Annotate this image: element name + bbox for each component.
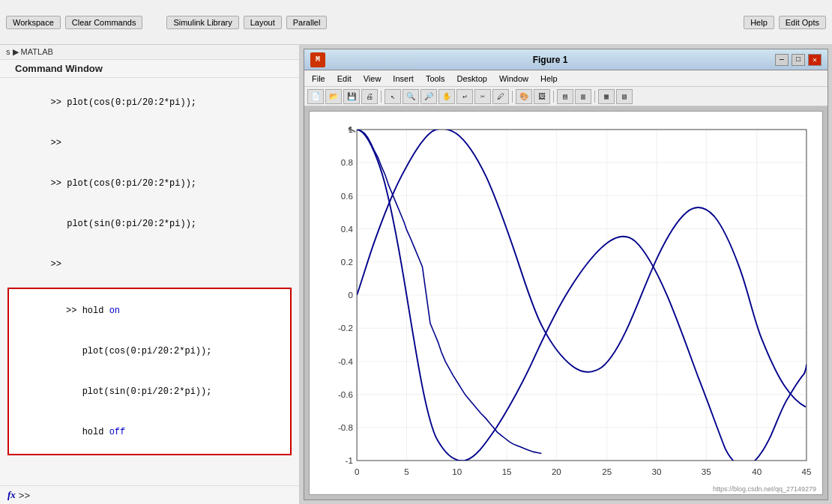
prompt-4 (51, 219, 67, 229)
cmd-line-1: >> plot(cos(0:pi/20:2*pi)); (7, 82, 292, 123)
svg-text:0.8: 0.8 (341, 158, 353, 167)
svg-text:20: 20 (552, 467, 561, 476)
prompt-1: >> (51, 97, 67, 108)
close-button[interactable]: ✕ (808, 54, 822, 66)
menu-tools[interactable]: Tools (421, 73, 450, 84)
tool-colorbar[interactable]: ▥ (575, 89, 591, 104)
svg-text:0.2: 0.2 (341, 258, 353, 267)
clear-commands-btn[interactable]: Clear Commands (65, 16, 143, 29)
tool-zoom-in[interactable]: 🔍 (403, 89, 419, 104)
sep-2 (512, 91, 513, 103)
fx-prompt[interactable]: fx >> (0, 485, 299, 504)
figure-toolbar: 📄 📂 💾 🖨 ↖ 🔍 🔎 ✋ ↩ ✂ 🖊 🎨 🖼 ▤ ▥ ▦ ▧ (304, 87, 828, 106)
command-content[interactable]: >> plot(cos(0:pi/20:2*pi)); >> >> plot(c… (0, 78, 299, 485)
svg-text:30: 30 (652, 467, 662, 476)
svg-text:40: 40 (752, 467, 762, 476)
cmd-line-3: >> plot(cos(0:pi/20:2*pi)); (7, 163, 292, 204)
parallel-btn[interactable]: Parallel (286, 16, 328, 29)
matlab-icon: M (310, 52, 325, 67)
menu-desktop[interactable]: Desktop (453, 73, 492, 84)
cmd-hl-2: plot(cos(0:pi/20:2*pi)); (12, 331, 287, 371)
sep-3 (553, 91, 554, 103)
tool-pointer[interactable]: ↖ (385, 89, 401, 104)
figure-window: M Figure 1 — □ ✕ File Edit View Insert T… (304, 49, 828, 500)
prompt-5: >> (51, 259, 61, 270)
tool-colormap[interactable]: 🎨 (516, 89, 532, 104)
cmd-hl-1: >> hold on (12, 291, 287, 331)
svg-text:0: 0 (348, 291, 352, 300)
highlighted-block: >> hold on plot(cos(0:pi/20:2*pi)); plot… (7, 288, 292, 455)
tool-rotate[interactable]: ↩ (456, 89, 473, 104)
menu-file[interactable]: File (307, 73, 330, 84)
svg-text:0.6: 0.6 (341, 192, 353, 201)
svg-text:10: 10 (452, 467, 462, 476)
svg-text:15: 15 (502, 467, 512, 476)
cmd-line-5: >> (7, 244, 292, 285)
breadcrumb: s ▶ MATLAB (0, 45, 299, 60)
tool-new[interactable]: 📄 (307, 89, 324, 104)
command-prompt-symbol: >> (19, 490, 30, 501)
titlebar-controls: — □ ✕ (775, 54, 822, 66)
plot-svg: 1 0.8 0.6 0.4 0.2 0 -0.2 -0.4 -0.6 -0.8 … (310, 112, 822, 494)
code-3: plot(cos(0:pi/20:2*pi)); (67, 178, 196, 189)
main-layout: s ▶ MATLAB Command Window >> plot(cos(0:… (0, 45, 832, 504)
edit-opts-btn[interactable]: Edit Opts (779, 16, 826, 29)
svg-text:0: 0 (355, 467, 359, 476)
menu-insert[interactable]: Insert (388, 73, 418, 84)
cmd-line-4: plot(sin(0:pi/20:2*pi)); (7, 204, 292, 244)
code-4: plot(sin(0:pi/20:2*pi)); (67, 219, 196, 229)
layout-btn[interactable]: Layout (244, 16, 282, 29)
cmd-hl-3: plot(sin(0:pi/20:2*pi)); (12, 371, 287, 412)
cmd-line-2: >> (7, 123, 292, 163)
fx-icon: fx (7, 489, 16, 501)
top-toolbar: Workspace Clear Commands Simulink Librar… (0, 0, 832, 45)
minimize-button[interactable]: — (775, 54, 789, 66)
watermark: https://blog.csdn.net/qq_27149279 (713, 485, 816, 493)
svg-text:-1: -1 (346, 456, 353, 465)
left-panel: s ▶ MATLAB Command Window >> plot(cos(0:… (0, 45, 300, 504)
tool-save[interactable]: 💾 (343, 89, 360, 104)
svg-text:35: 35 (702, 467, 711, 476)
menu-edit[interactable]: Edit (333, 73, 356, 84)
figure-menubar: File Edit View Insert Tools Desktop Wind… (304, 70, 828, 87)
plot-area: 1 0.8 0.6 0.4 0.2 0 -0.2 -0.4 -0.6 -0.8 … (309, 111, 823, 495)
workspace-btn[interactable]: Workspace (6, 16, 61, 29)
sep-4 (594, 91, 595, 103)
sep-1 (381, 91, 382, 103)
tool-property[interactable]: ▧ (616, 89, 633, 104)
code-1: plot(cos(0:pi/20:2*pi)); (67, 97, 196, 108)
svg-text:-0.6: -0.6 (338, 390, 353, 399)
tool-brush[interactable]: 🖊 (492, 89, 509, 104)
svg-text:0.4: 0.4 (341, 225, 354, 234)
tool-print[interactable]: 🖨 (361, 89, 378, 104)
tool-data-cursor[interactable]: ✂ (474, 89, 491, 104)
cmd-hl-4: hold off (12, 412, 287, 452)
svg-text:25: 25 (602, 467, 612, 476)
svg-text:-0.4: -0.4 (338, 357, 353, 366)
maximize-button[interactable]: □ (792, 54, 805, 66)
menu-window[interactable]: Window (495, 73, 533, 84)
tool-pan[interactable]: ✋ (438, 89, 455, 104)
prompt-3: >> (51, 178, 67, 189)
svg-text:-0.8: -0.8 (338, 423, 353, 432)
svg-text:1: 1 (348, 125, 352, 134)
simulink-library-btn[interactable]: Simulink Library (166, 16, 238, 29)
svg-text:-0.2: -0.2 (338, 324, 353, 333)
help-btn[interactable]: Help (744, 16, 774, 29)
figure-title: Figure 1 (325, 55, 775, 65)
svg-text:45: 45 (802, 467, 812, 476)
tool-legend[interactable]: ▤ (557, 89, 573, 104)
menu-help[interactable]: Help (536, 73, 562, 84)
svg-text:5: 5 (404, 467, 409, 476)
tool-img[interactable]: 🖼 (534, 89, 550, 104)
figure-titlebar: M Figure 1 — □ ✕ (304, 49, 828, 70)
menu-view[interactable]: View (359, 73, 386, 84)
command-window-title: Command Window (0, 60, 299, 78)
tool-plot-browser[interactable]: ▦ (598, 89, 615, 104)
prompt-2: >> (51, 138, 61, 148)
svg-rect-0 (310, 114, 822, 492)
tool-zoom-out[interactable]: 🔎 (420, 89, 437, 104)
tool-open[interactable]: 📂 (325, 89, 342, 104)
